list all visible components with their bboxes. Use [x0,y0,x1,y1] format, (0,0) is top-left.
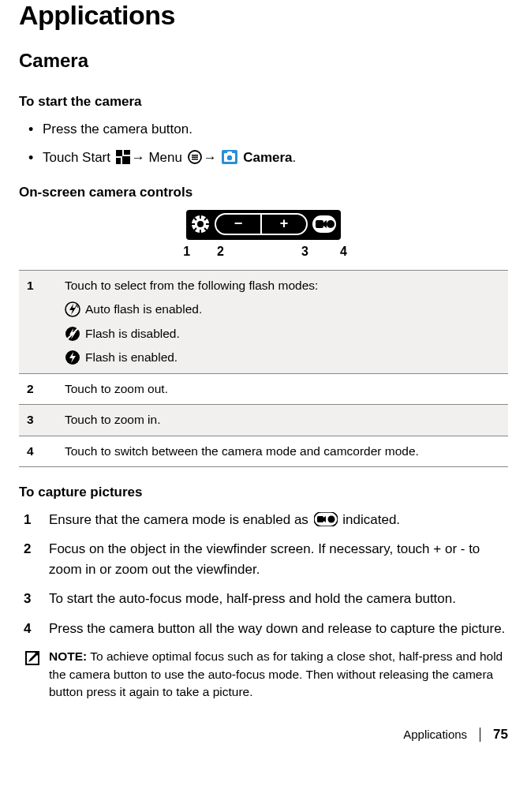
zoom-in-icon: + [262,215,306,234]
table-cell-desc: Touch to zoom out. [60,373,508,404]
text-menu: Menu [145,150,186,165]
menu-circle-icon [188,150,202,164]
start-tiles-icon [116,150,130,164]
note-label: NOTE: [49,649,87,663]
svg-point-13 [197,221,204,227]
step-number: 1 [24,510,38,530]
table-cell-desc: Touch to zoom in. [60,405,508,436]
flash-on-icon [65,350,80,365]
table-cell-desc: Touch to switch between the camera mode … [60,436,508,466]
table-cell-num: 3 [19,405,60,436]
svg-rect-0 [116,150,122,156]
step-text: Focus on the object in the viewfinder sc… [49,539,508,579]
heading-onscreen-controls: On-screen camera controls [19,185,508,200]
section-heading-camera: Camera [19,50,508,72]
svg-rect-23 [316,220,323,228]
step-item: 3 To start the auto-focus mode, half-pre… [24,589,508,609]
table-cell-num: 1 [19,270,60,373]
flash-mode-icon [191,215,210,234]
text-flash-intro: Touch to select from the following flash… [65,277,503,294]
camera-controls-figure: − + 1 2 3 4 [19,210,508,259]
svg-rect-1 [124,150,130,155]
note-text: To achieve optimal focus such as for tak… [49,649,503,698]
bullet-touch-start: Touch Start → Menu → Camera. [39,148,508,168]
svg-rect-5 [192,155,198,156]
callout-4: 4 [340,245,347,259]
text-flash-on: Flash is enabled. [85,349,178,366]
heading-capture-pictures: To capture pictures [19,485,508,500]
table-cell-desc: Touch to select from the following flash… [60,270,508,373]
svg-rect-6 [192,157,198,159]
svg-text:A: A [75,304,79,309]
step-number: 4 [24,619,38,639]
arrow-icon: → [204,150,217,165]
step-number: 2 [24,539,38,579]
table-cell-num: 4 [19,436,60,466]
step-text: Press the camera button all the way down… [49,619,505,639]
svg-point-37 [327,515,335,522]
heading-start-camera: To start the camera [19,94,508,110]
footer-divider [480,728,480,742]
step-text: indicated. [339,512,401,527]
mode-switch-icon [312,215,336,233]
table-cell-num: 2 [19,373,60,404]
footer-page-number: 75 [493,727,508,743]
text-camera-label: Camera [239,150,292,165]
camera-mode-pill-icon [314,512,338,526]
zoom-pill: − + [215,213,308,235]
svg-rect-3 [122,156,130,164]
step-item: 2 Focus on the object in the viewfinder … [24,539,508,579]
camera-app-icon [222,150,237,164]
svg-point-25 [327,220,335,228]
step-text: To start the auto-focus mode, half-press… [49,589,456,609]
controls-table: 1 Touch to select from the following fla… [19,270,508,467]
svg-rect-7 [192,159,198,160]
svg-point-11 [227,155,232,160]
page-footer: Applications 75 [19,727,508,743]
text-flash-auto: Auto flash is enabled. [85,301,202,318]
flash-auto-icon: A [65,301,80,317]
step-number: 3 [24,589,38,609]
callout-2: 2 [217,245,224,259]
note-icon [24,649,41,667]
bullet-press-camera: Press the camera button. [39,119,508,140]
arrow-icon: → [132,150,145,165]
zoom-out-icon: − [216,215,260,234]
step-text: Ensure that the camera mode is enabled a… [49,512,312,527]
svg-rect-35 [317,516,323,522]
footer-section-label: Applications [403,728,467,741]
note-block: NOTE: To achieve optimal focus such as f… [19,648,508,701]
text-touch-start: Touch Start [43,150,114,165]
callout-1: 1 [183,245,190,259]
svg-rect-10 [227,152,232,154]
callout-3: 3 [301,245,308,259]
flash-off-icon [65,326,80,342]
text-flash-off: Flash is disabled. [85,325,180,342]
svg-rect-2 [116,158,121,164]
page-title: Applications [19,0,508,31]
step-item: 4 Press the camera button all the way do… [24,619,508,639]
step-item: 1 Ensure that the camera mode is enabled… [24,510,508,530]
